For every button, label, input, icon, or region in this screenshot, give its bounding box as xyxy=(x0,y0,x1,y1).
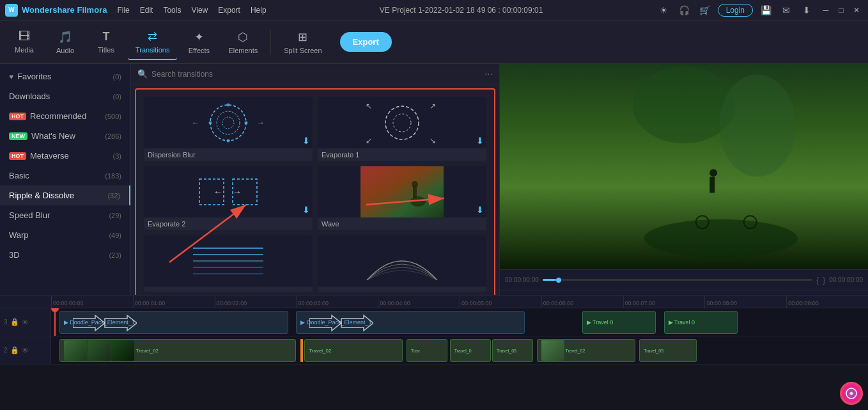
track-clip-video-5[interactable]: Travel_05 xyxy=(492,339,533,362)
track-visibility-2[interactable]: 👁 xyxy=(22,347,29,354)
track-clip-video-6[interactable]: Travel_02 xyxy=(537,339,635,362)
menu-file[interactable]: File xyxy=(117,6,129,15)
track-clip-video-3[interactable]: Trav xyxy=(407,339,447,362)
track-row-3: 3 🔒 👁 ▶ Doodle_Pack_Element_1 ▶ Doodle_P… xyxy=(0,308,868,336)
toolbar-effects[interactable]: ✦ Effects xyxy=(180,24,218,60)
whats-new-label: NEW What's New xyxy=(9,131,75,141)
preview-bracket-left: { xyxy=(816,276,819,285)
menu-help[interactable]: Help xyxy=(251,6,267,15)
sidebar-item-speed-blur[interactable]: Speed Blur (29) xyxy=(0,205,130,225)
export-button[interactable]: Export xyxy=(340,32,392,52)
track-clip-video-2[interactable]: Travel_02 xyxy=(304,339,402,362)
toolbar-elements[interactable]: ⬡ Elements xyxy=(221,24,265,60)
preview-seek-bar[interactable] xyxy=(543,279,812,281)
transition-arcs[interactable] xyxy=(318,235,486,292)
sidebar-item-3d[interactable]: 3D (23) xyxy=(0,245,130,265)
track-clip-video-7[interactable]: Travel_05 xyxy=(639,339,696,362)
sidebar-item-metaverse[interactable]: HOT Metaverse (3) xyxy=(0,146,130,166)
transition-wave[interactable]: ⬇ Wave xyxy=(318,166,486,230)
svg-text:↖: ↖ xyxy=(366,102,372,111)
toolbar-audio[interactable]: 🎵 Audio xyxy=(46,24,84,60)
wave-download-icon[interactable]: ⬇ xyxy=(476,205,484,215)
dispersion-blur-thumb: ← → ⬇ xyxy=(144,97,313,148)
track-clip-video-1[interactable]: Travel_02 xyxy=(59,339,297,362)
split-screen-icon: ⊞ xyxy=(298,30,307,44)
transition-lines[interactable] xyxy=(144,235,313,292)
sidebar-item-warp[interactable]: Warp (49) xyxy=(0,225,130,245)
settings-icon[interactable]: ☀ xyxy=(656,3,672,18)
preview-bracket-right: } xyxy=(823,276,825,285)
preview-time-total: 00:00:00:00 xyxy=(829,276,863,283)
ruler-mark-9: 00:00:09:00 xyxy=(786,296,868,308)
grid-icon[interactable]: ⋯ xyxy=(484,69,493,79)
svg-point-2 xyxy=(222,117,234,129)
svg-marker-43 xyxy=(341,315,373,331)
toolbar-titles[interactable]: T Titles xyxy=(87,24,125,60)
svg-rect-19 xyxy=(360,166,444,217)
seek-dot[interactable] xyxy=(556,278,561,283)
sidebar-item-whats-new[interactable]: NEW What's New (286) xyxy=(0,126,130,146)
wave-name: Wave xyxy=(318,217,486,230)
svg-marker-40 xyxy=(73,315,105,331)
transition-evaporate-2[interactable]: ← → ⬇ Evaporate 2 xyxy=(144,166,313,230)
dispersion-blur-download-icon[interactable]: ⬇ xyxy=(302,136,310,146)
ruler-mark-8: 00:00:08:00 xyxy=(704,296,786,308)
maximize-button[interactable]: □ xyxy=(835,4,848,17)
svg-marker-41 xyxy=(105,315,137,331)
track-visibility-3[interactable]: 👁 xyxy=(22,319,29,326)
sidebar-item-ripple-dissolve[interactable]: Ripple & Dissolve (32) xyxy=(0,185,130,205)
track-lock-3[interactable]: 🔒 xyxy=(10,318,19,326)
login-button[interactable]: Login xyxy=(718,4,753,17)
mail-icon[interactable]: ✉ xyxy=(779,3,794,18)
ruler-mark-0: 00:00:00:00 xyxy=(51,296,133,308)
toolbar-media[interactable]: 🎞 Media xyxy=(5,24,43,60)
timeline-handle[interactable] xyxy=(51,308,59,312)
menu-edit[interactable]: Edit xyxy=(140,6,153,15)
audio-icon: 🎵 xyxy=(58,30,72,44)
track-clip-doodle-2[interactable]: ▶ Doodle_Pack_Element_1 xyxy=(296,311,525,334)
ripple-dissolve-count: (32) xyxy=(107,192,120,200)
preview-time-left: 00:00:00:00 xyxy=(505,276,539,283)
titles-icon: T xyxy=(103,30,110,43)
menu-tools[interactable]: Tools xyxy=(163,6,181,15)
svg-text:←: ← xyxy=(213,187,222,197)
menu-view[interactable]: View xyxy=(191,6,208,15)
sidebar-item-recommended[interactable]: HOT Recommended (500) xyxy=(0,106,130,126)
timeline-position-line[interactable] xyxy=(54,308,56,336)
transitions-icon: ⇄ xyxy=(148,29,157,43)
sidebar-item-basic[interactable]: Basic (183) xyxy=(0,166,130,185)
svg-text:↘: ↘ xyxy=(430,136,436,145)
search-bar: 🔍 ⋯ xyxy=(131,64,499,84)
transition-evaporate-1[interactable]: ↖ ↗ ↙ ↘ ⬇ Evaporate 1 xyxy=(318,97,486,161)
minimize-button[interactable]: ─ xyxy=(819,4,832,17)
wave-thumb: ⬇ xyxy=(318,166,486,217)
speed-blur-count: (29) xyxy=(109,212,121,219)
evaporate-2-name: Evaporate 2 xyxy=(144,217,313,230)
toolbar-transitions[interactable]: ⇄ Transitions xyxy=(128,24,177,60)
svg-marker-42 xyxy=(309,315,341,331)
transitions-grid: ← → ⬇ Dispersion Blur ↖ ↗ ↙ xyxy=(135,88,495,310)
track-clip-travel-top-2[interactable]: ▶ Travel 0 xyxy=(664,311,738,334)
ruler-mark-7: 00:00:07:00 xyxy=(623,296,705,308)
toolbar-split-screen[interactable]: ⊞ Split Screen xyxy=(276,24,329,60)
save-icon[interactable]: 💾 xyxy=(758,3,773,18)
elements-label: Elements xyxy=(228,47,258,54)
evaporate-2-download-icon[interactable]: ⬇ xyxy=(302,205,310,215)
menu-export[interactable]: Export xyxy=(218,6,240,15)
download-icon[interactable]: ⬇ xyxy=(799,3,814,18)
sidebar-item-downloads[interactable]: Downloads (0) xyxy=(0,86,130,106)
evaporate-1-download-icon[interactable]: ⬇ xyxy=(476,136,484,146)
clip-label-video-6: Travel_02 xyxy=(565,349,585,353)
track-clip-doodle-1[interactable]: ▶ Doodle_Pack_Element_1 xyxy=(59,311,288,334)
track-lock-2[interactable]: 🔒 xyxy=(10,346,19,354)
close-button[interactable]: ✕ xyxy=(850,4,863,17)
hot-badge-2: HOT xyxy=(9,152,26,160)
sidebar-item-favorites[interactable]: ♥ Favorites (0) xyxy=(0,67,130,86)
cart-icon[interactable]: 🛒 xyxy=(697,3,713,18)
search-input[interactable] xyxy=(151,70,481,79)
track-clip-video-4[interactable]: Travel_0 xyxy=(450,339,491,362)
toolbar-separator xyxy=(270,29,271,55)
headphones-icon[interactable]: 🎧 xyxy=(677,3,692,18)
track-clip-travel-top-1[interactable]: ▶ Travel 0 xyxy=(582,311,656,334)
transition-dispersion-blur[interactable]: ← → ⬇ Dispersion Blur xyxy=(144,97,313,161)
